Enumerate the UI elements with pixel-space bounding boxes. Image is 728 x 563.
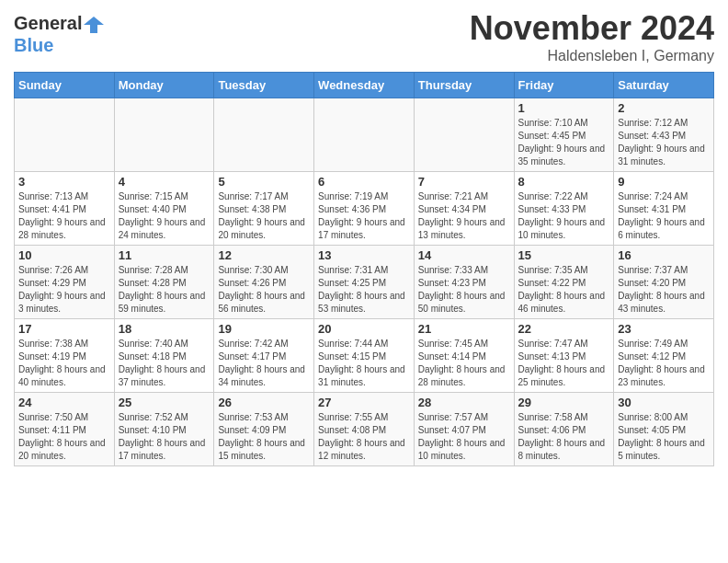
day-info: Sunrise: 8:00 AM Sunset: 4:05 PM Dayligh… <box>618 411 710 463</box>
calendar-week-row: 1Sunrise: 7:10 AM Sunset: 4:45 PM Daylig… <box>15 98 714 172</box>
calendar-day-cell <box>314 98 415 172</box>
day-info: Sunrise: 7:12 AM Sunset: 4:43 PM Dayligh… <box>618 117 710 168</box>
day-number: 15 <box>518 248 610 262</box>
day-number: 28 <box>418 396 510 409</box>
logo: General Blue <box>14 13 104 55</box>
calendar-day-cell: 16Sunrise: 7:37 AM Sunset: 4:20 PM Dayli… <box>614 246 714 319</box>
day-number: 18 <box>119 322 210 336</box>
day-info: Sunrise: 7:47 AM Sunset: 4:13 PM Dayligh… <box>518 338 610 389</box>
calendar-day-cell: 14Sunrise: 7:33 AM Sunset: 4:23 PM Dayli… <box>414 246 514 319</box>
day-number: 9 <box>618 175 710 189</box>
day-info: Sunrise: 7:31 AM Sunset: 4:25 PM Dayligh… <box>318 264 410 316</box>
day-number: 3 <box>18 175 110 189</box>
day-info: Sunrise: 7:19 AM Sunset: 4:36 PM Dayligh… <box>318 190 410 242</box>
calendar-day-cell: 9Sunrise: 7:24 AM Sunset: 4:31 PM Daylig… <box>614 172 714 246</box>
calendar-day-cell: 21Sunrise: 7:45 AM Sunset: 4:14 PM Dayli… <box>414 319 514 393</box>
day-number: 2 <box>618 101 710 115</box>
day-info: Sunrise: 7:38 AM Sunset: 4:19 PM Dayligh… <box>18 338 110 389</box>
calendar-day-cell <box>214 98 314 172</box>
day-number: 30 <box>618 396 710 409</box>
calendar-day-cell: 10Sunrise: 7:26 AM Sunset: 4:29 PM Dayli… <box>15 246 115 319</box>
calendar-day-cell: 24Sunrise: 7:50 AM Sunset: 4:11 PM Dayli… <box>15 393 115 466</box>
day-number: 21 <box>418 322 510 336</box>
day-info: Sunrise: 7:50 AM Sunset: 4:11 PM Dayligh… <box>18 411 110 463</box>
day-info: Sunrise: 7:17 AM Sunset: 4:38 PM Dayligh… <box>218 190 310 242</box>
weekday-header: Friday <box>514 73 614 98</box>
day-number: 12 <box>218 248 310 262</box>
calendar-day-cell: 6Sunrise: 7:19 AM Sunset: 4:36 PM Daylig… <box>314 172 415 246</box>
day-info: Sunrise: 7:55 AM Sunset: 4:08 PM Dayligh… <box>318 411 410 463</box>
day-number: 27 <box>318 396 410 409</box>
day-info: Sunrise: 7:53 AM Sunset: 4:09 PM Dayligh… <box>218 411 310 463</box>
day-number: 7 <box>418 175 510 189</box>
calendar-day-cell: 11Sunrise: 7:28 AM Sunset: 4:28 PM Dayli… <box>114 246 214 319</box>
month-title: November 2024 <box>470 9 714 48</box>
day-info: Sunrise: 7:10 AM Sunset: 4:45 PM Dayligh… <box>518 117 610 168</box>
calendar-day-cell: 29Sunrise: 7:58 AM Sunset: 4:06 PM Dayli… <box>514 393 614 466</box>
day-number: 5 <box>218 175 310 189</box>
calendar-day-cell: 8Sunrise: 7:22 AM Sunset: 4:33 PM Daylig… <box>514 172 614 246</box>
day-info: Sunrise: 7:33 AM Sunset: 4:23 PM Dayligh… <box>418 264 510 316</box>
calendar-day-cell: 17Sunrise: 7:38 AM Sunset: 4:19 PM Dayli… <box>15 319 115 393</box>
day-number: 13 <box>318 248 410 262</box>
day-number: 4 <box>119 175 210 189</box>
day-info: Sunrise: 7:52 AM Sunset: 4:10 PM Dayligh… <box>119 411 210 463</box>
calendar-day-cell: 22Sunrise: 7:47 AM Sunset: 4:13 PM Dayli… <box>514 319 614 393</box>
day-number: 20 <box>318 322 410 336</box>
day-number: 22 <box>518 322 610 336</box>
weekday-header: Thursday <box>414 73 514 98</box>
calendar-day-cell: 7Sunrise: 7:21 AM Sunset: 4:34 PM Daylig… <box>414 172 514 246</box>
weekday-header: Wednesday <box>314 73 415 98</box>
calendar-day-cell: 19Sunrise: 7:42 AM Sunset: 4:17 PM Dayli… <box>214 319 314 393</box>
calendar-day-cell: 4Sunrise: 7:15 AM Sunset: 4:40 PM Daylig… <box>114 172 214 246</box>
calendar-body: 1Sunrise: 7:10 AM Sunset: 4:45 PM Daylig… <box>15 98 714 466</box>
header: General Blue November 2024 Haldensleben … <box>14 9 714 64</box>
day-info: Sunrise: 7:30 AM Sunset: 4:26 PM Dayligh… <box>218 264 310 316</box>
day-info: Sunrise: 7:35 AM Sunset: 4:22 PM Dayligh… <box>518 264 610 316</box>
day-number: 19 <box>218 322 310 336</box>
calendar-week-row: 10Sunrise: 7:26 AM Sunset: 4:29 PM Dayli… <box>15 246 714 319</box>
day-info: Sunrise: 7:58 AM Sunset: 4:06 PM Dayligh… <box>518 411 610 463</box>
calendar-table: SundayMondayTuesdayWednesdayThursdayFrid… <box>14 72 714 466</box>
day-info: Sunrise: 7:57 AM Sunset: 4:07 PM Dayligh… <box>418 411 510 463</box>
logo-line2: Blue <box>14 35 104 55</box>
day-info: Sunrise: 7:45 AM Sunset: 4:14 PM Dayligh… <box>418 338 510 389</box>
title-area: November 2024 Haldensleben I, Germany <box>470 9 714 64</box>
day-info: Sunrise: 7:49 AM Sunset: 4:12 PM Dayligh… <box>618 338 710 389</box>
calendar-day-cell: 15Sunrise: 7:35 AM Sunset: 4:22 PM Dayli… <box>514 246 614 319</box>
day-number: 25 <box>119 396 210 409</box>
day-info: Sunrise: 7:37 AM Sunset: 4:20 PM Dayligh… <box>618 264 710 316</box>
day-info: Sunrise: 7:42 AM Sunset: 4:17 PM Dayligh… <box>218 338 310 389</box>
calendar-day-cell: 18Sunrise: 7:40 AM Sunset: 4:18 PM Dayli… <box>114 319 214 393</box>
weekday-header-row: SundayMondayTuesdayWednesdayThursdayFrid… <box>15 73 714 98</box>
day-info: Sunrise: 7:40 AM Sunset: 4:18 PM Dayligh… <box>119 338 210 389</box>
calendar-day-cell <box>15 98 115 172</box>
calendar-day-cell: 2Sunrise: 7:12 AM Sunset: 4:43 PM Daylig… <box>614 98 714 172</box>
day-number: 6 <box>318 175 410 189</box>
day-number: 14 <box>418 248 510 262</box>
logo-bird-icon <box>84 15 104 35</box>
day-number: 10 <box>18 248 110 262</box>
calendar-week-row: 17Sunrise: 7:38 AM Sunset: 4:19 PM Dayli… <box>15 319 714 393</box>
day-info: Sunrise: 7:28 AM Sunset: 4:28 PM Dayligh… <box>119 264 210 316</box>
calendar-day-cell: 30Sunrise: 8:00 AM Sunset: 4:05 PM Dayli… <box>614 393 714 466</box>
day-info: Sunrise: 7:15 AM Sunset: 4:40 PM Dayligh… <box>119 190 210 242</box>
day-info: Sunrise: 7:44 AM Sunset: 4:15 PM Dayligh… <box>318 338 410 389</box>
day-number: 24 <box>18 396 110 409</box>
day-number: 16 <box>618 248 710 262</box>
day-number: 1 <box>518 101 610 115</box>
day-number: 23 <box>618 322 710 336</box>
calendar-day-cell: 28Sunrise: 7:57 AM Sunset: 4:07 PM Dayli… <box>414 393 514 466</box>
svg-marker-0 <box>84 17 104 33</box>
calendar-day-cell: 5Sunrise: 7:17 AM Sunset: 4:38 PM Daylig… <box>214 172 314 246</box>
logo-line1: General <box>14 13 104 35</box>
day-info: Sunrise: 7:24 AM Sunset: 4:31 PM Dayligh… <box>618 190 710 242</box>
day-info: Sunrise: 7:13 AM Sunset: 4:41 PM Dayligh… <box>18 190 110 242</box>
calendar-day-cell: 27Sunrise: 7:55 AM Sunset: 4:08 PM Dayli… <box>314 393 415 466</box>
calendar-day-cell: 23Sunrise: 7:49 AM Sunset: 4:12 PM Dayli… <box>614 319 714 393</box>
day-info: Sunrise: 7:21 AM Sunset: 4:34 PM Dayligh… <box>418 190 510 242</box>
calendar-day-cell <box>414 98 514 172</box>
calendar-day-cell: 3Sunrise: 7:13 AM Sunset: 4:41 PM Daylig… <box>15 172 115 246</box>
day-number: 17 <box>18 322 110 336</box>
calendar-day-cell <box>114 98 214 172</box>
